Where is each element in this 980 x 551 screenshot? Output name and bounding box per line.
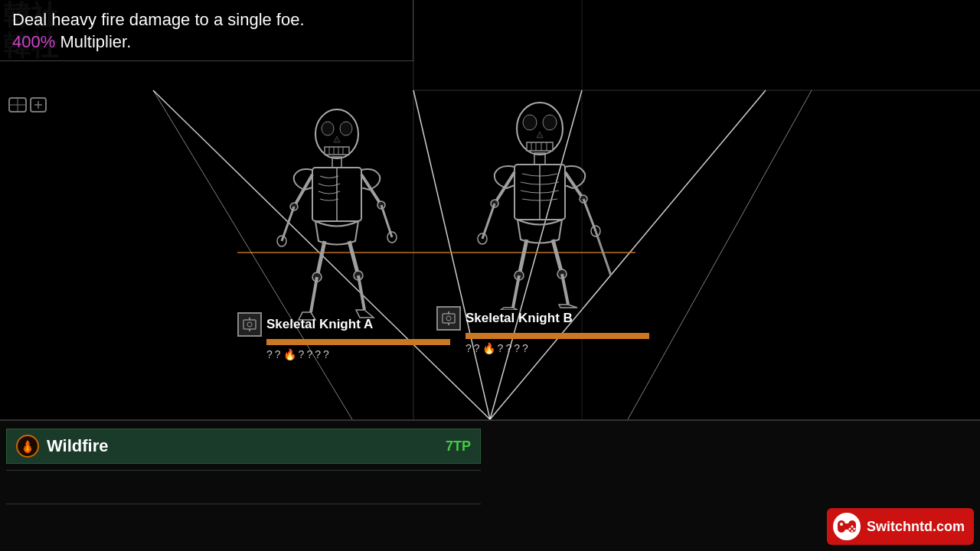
skill-divider-2 — [6, 504, 481, 504]
svg-line-9 — [628, 90, 812, 419]
enemy-b-hp-bar-container — [466, 333, 649, 339]
enemy-b-header: Skeletal Knight B — [436, 306, 573, 331]
enemy-a-stats: ? ? 🔥 ? ? ? ? — [266, 348, 329, 360]
svg-line-33 — [349, 241, 358, 276]
fire-icon-b: 🔥 — [482, 342, 495, 354]
icon-row — [8, 93, 100, 119]
svg-line-26 — [361, 174, 381, 205]
svg-point-12 — [340, 122, 352, 135]
svg-line-30 — [317, 241, 325, 277]
svg-line-35 — [358, 276, 364, 310]
svg-point-11 — [322, 122, 334, 135]
svg-point-36 — [517, 103, 563, 155]
multiplier-suffix: Multiplier. — [55, 32, 131, 51]
svg-line-60 — [553, 240, 562, 274]
svg-point-83 — [853, 528, 855, 530]
svg-point-82 — [848, 528, 851, 530]
svg-line-59 — [513, 276, 519, 308]
skeleton-b — [459, 99, 620, 310]
watermark: Switchntd.com — [827, 508, 974, 545]
svg-line-32 — [311, 277, 317, 312]
description-line1: Deal heavy fire damage to a single foe. — [12, 9, 400, 31]
multiplier-text: 400% — [12, 32, 55, 51]
svg-point-38 — [543, 115, 557, 130]
enemy-a-name: Skeletal Knight A — [266, 317, 373, 332]
svg-rect-40 — [527, 142, 553, 151]
svg-point-81 — [851, 526, 853, 528]
svg-line-22 — [294, 174, 312, 207]
watermark-text: Switchntd.com — [867, 519, 965, 535]
enemy-b-hp-bar — [466, 333, 649, 339]
svg-rect-67 — [443, 314, 455, 323]
enemy-b-panel: Skeletal Knight B ? ? 🔥 ? ? ? ? — [436, 306, 649, 354]
svg-rect-14 — [325, 147, 349, 155]
svg-point-66 — [247, 322, 252, 327]
enemy-a-header: Skeletal Knight A — [237, 312, 373, 337]
svg-marker-13 — [334, 136, 340, 142]
skill-name: Wildfire — [47, 436, 438, 456]
svg-line-48 — [495, 172, 514, 204]
nintendo-logo — [833, 513, 861, 540]
enemy-a-hp-bar-container — [266, 339, 450, 345]
enemy-b-name: Skeletal Knight B — [466, 311, 573, 326]
enemy-a-hp-bar — [266, 339, 450, 345]
skill-divider-1 — [6, 470, 481, 471]
description-line2: 400% Multiplier. — [12, 31, 400, 54]
svg-point-80 — [840, 523, 843, 526]
enemy-b-icon — [436, 306, 461, 331]
svg-marker-39 — [537, 132, 543, 138]
description-panel: Deal heavy fire damage to a single foe. … — [0, 0, 413, 61]
svg-line-55 — [596, 231, 611, 276]
battle-area: Skeletal Knight A ? ? 🔥 ? ? ? ? — [0, 0, 980, 419]
skill-fire-icon — [16, 435, 39, 458]
skill-item-wildfire[interactable]: Wildfire 7TP — [6, 429, 481, 464]
enemy-a-panel: Skeletal Knight A ? ? 🔥 ? ? ? ? — [237, 312, 450, 360]
svg-point-10 — [315, 109, 358, 158]
skeleton-a — [260, 107, 413, 321]
fire-icon-a: 🔥 — [283, 348, 296, 360]
svg-line-57 — [519, 240, 527, 276]
enemy-b-stats: ? ? 🔥 ? ? ? ? — [466, 342, 528, 354]
svg-point-84 — [851, 530, 853, 533]
svg-point-70 — [446, 316, 451, 321]
svg-line-62 — [562, 274, 568, 305]
skill-tp: 7TP — [446, 439, 471, 455]
enemy-a-icon — [237, 312, 262, 337]
svg-rect-63 — [243, 320, 256, 329]
svg-point-37 — [523, 115, 537, 130]
